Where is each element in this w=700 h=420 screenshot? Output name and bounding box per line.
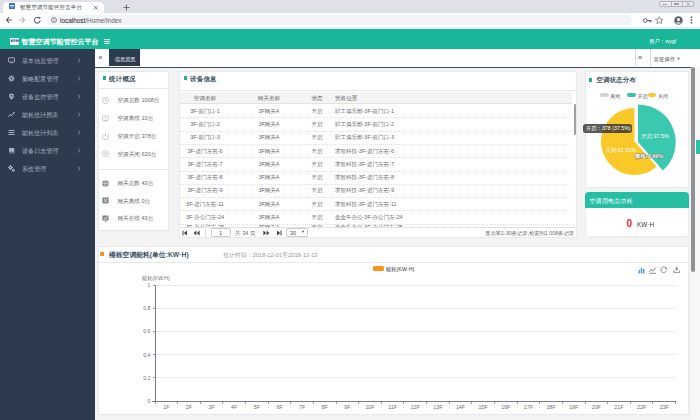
svg-text:0.6: 0.6 [143,328,150,334]
svg-text:0.8: 0.8 [143,305,150,311]
svg-text:15F: 15F [479,404,489,410]
svg-text:8F: 8F [322,404,329,410]
svg-text:12F: 12F [411,404,421,410]
svg-text:4F: 4F [231,404,238,410]
svg-text:16F: 16F [501,404,511,410]
svg-text:11F: 11F [388,404,397,410]
svg-text:能耗(KW.H): 能耗(KW.H) [142,275,170,282]
svg-text:2F: 2F [186,404,193,410]
svg-text:22F: 22F [637,404,647,410]
svg-text:0: 0 [148,398,151,404]
svg-text:7F: 7F [299,404,306,410]
svg-text:5F: 5F [254,404,261,410]
svg-text:23F: 23F [660,404,670,410]
svg-text:17F: 17F [524,404,534,410]
svg-text:10F: 10F [365,404,375,410]
svg-text:21F: 21F [614,404,624,410]
svg-text:1: 1 [148,282,151,288]
svg-text:18F: 18F [546,404,556,410]
svg-text:开启:37.5%: 开启:37.5% [641,133,669,140]
svg-text:20F: 20F [592,404,602,410]
svg-text:6F: 6F [276,404,283,410]
svg-text:9F: 9F [344,404,351,410]
svg-text:3F: 3F [209,404,216,410]
svg-text:关闭:61.51%: 关闭:61.51% [606,147,637,154]
svg-text:0.2: 0.2 [143,375,150,381]
svg-text:1F: 1F [163,404,170,410]
svg-text:19F: 19F [569,404,579,410]
svg-text:离线:0.99%: 离线:0.99% [634,153,663,160]
svg-text:13F: 13F [433,404,443,410]
svg-text:14F: 14F [456,404,466,410]
svg-text:0.4: 0.4 [143,352,150,358]
